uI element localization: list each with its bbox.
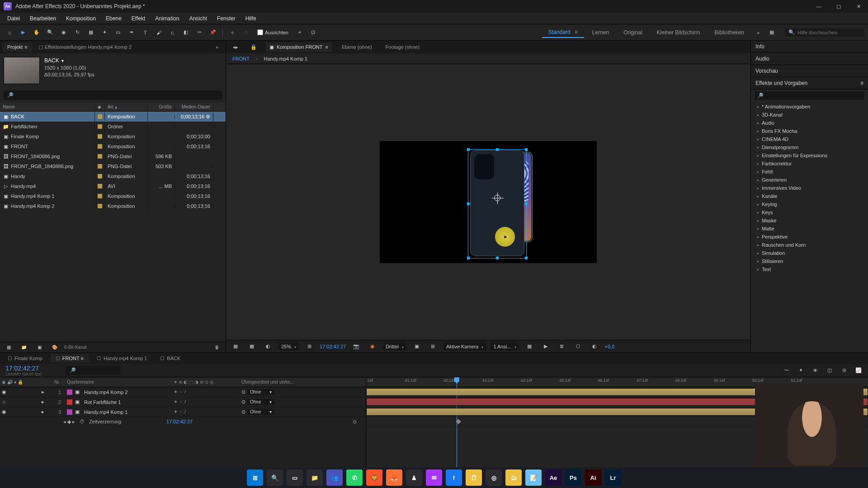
reset-exposure-icon[interactable]: ◐: [589, 341, 600, 352]
taskbar-after-effects[interactable]: Ae: [545, 469, 561, 486]
comp-mini-flowchart-icon[interactable]: ⤳: [780, 365, 792, 376]
effects-search[interactable]: 🔎: [755, 91, 864, 100]
preview-panel-header[interactable]: Vorschau: [751, 65, 868, 77]
effect-category[interactable]: 3D-Kanal: [751, 111, 868, 119]
effect-category[interactable]: Farbkorrektur: [751, 160, 868, 168]
project-tab[interactable]: Projekt ≡: [3, 42, 32, 52]
snap-icon[interactable]: ⌖: [294, 27, 306, 38]
col-duration[interactable]: Medien-Dauer: [175, 103, 213, 111]
pixel-aspect-icon[interactable]: ▦: [524, 341, 535, 352]
expand-icon[interactable]: ▸: [42, 399, 44, 405]
visibility-icon[interactable]: ◉: [2, 409, 6, 415]
effect-category[interactable]: Fehlt: [751, 168, 868, 176]
col-parent[interactable]: Übergeordnet und verkn...: [241, 380, 305, 385]
workspace-grid-icon[interactable]: ▦: [766, 27, 778, 38]
timeline-icon[interactable]: ≣: [556, 341, 568, 352]
col-size[interactable]: Größe: [148, 103, 175, 111]
parent-dropdown[interactable]: Ohne▾: [247, 389, 274, 395]
close-button[interactable]: ✕: [853, 2, 864, 11]
brush-tool-icon[interactable]: 🖌: [153, 27, 165, 38]
taskbar-photoshop[interactable]: Ps: [565, 469, 581, 486]
minimize-button[interactable]: —: [813, 2, 825, 11]
draft3d-icon[interactable]: ✦: [795, 365, 807, 376]
fast-preview-icon[interactable]: ▶: [540, 341, 552, 352]
menu-window[interactable]: Fenster: [212, 14, 240, 23]
mask-icon[interactable]: ◐: [262, 341, 274, 352]
taskbar-notes[interactable]: 🗒: [466, 469, 482, 486]
effect-category[interactable]: Text: [751, 265, 868, 273]
project-item[interactable]: ▣Handy.mp4 Komp 2 Komposition 0;00;13;16: [0, 201, 226, 211]
taskbar-messenger[interactable]: ✉: [426, 469, 442, 486]
effect-category[interactable]: Keying: [751, 200, 868, 208]
menu-layer[interactable]: Ebene: [101, 14, 126, 23]
col-tag[interactable]: ◆: [95, 103, 105, 111]
shy-icon[interactable]: 👁: [809, 365, 821, 376]
timeline-search[interactable]: 🔎: [66, 366, 120, 375]
orbit-tool-icon[interactable]: ◉: [58, 27, 70, 38]
trash-icon[interactable]: 🗑: [211, 342, 223, 353]
taskbar-search[interactable]: 🔍: [267, 469, 283, 486]
timeline-layer-row[interactable]: ◉ ▸ 1 ▣Handy.mp4 Komp 2 ✦※/ ⊙Ohne▾: [0, 387, 366, 397]
channel-icon[interactable]: ◉: [367, 341, 378, 352]
pen-tool-icon[interactable]: ✒: [126, 27, 137, 38]
timeline-tab[interactable]: BACK: [155, 354, 186, 362]
menu-animation[interactable]: Animation: [151, 14, 184, 23]
composition-viewer[interactable]: ➤: [226, 64, 750, 340]
effect-category[interactable]: Keys: [751, 208, 868, 216]
workspace-small[interactable]: Kleiner Bildschirm: [651, 28, 707, 38]
parent-dropdown[interactable]: Ohne▾: [247, 399, 274, 405]
taskbar-firefox[interactable]: 🦊: [386, 469, 402, 486]
current-timecode[interactable]: 17:02:42:27: [320, 344, 346, 349]
timeline-tab[interactable]: Handy.mp4 Komp 1: [92, 354, 152, 362]
workspace-original[interactable]: Original: [617, 28, 648, 38]
audio-panel-header[interactable]: Audio: [751, 53, 868, 65]
workspace-libraries[interactable]: Bibliotheken: [708, 28, 750, 38]
project-item[interactable]: ▷Handy.mp4 AVI ... MB 0;00;13;16: [0, 181, 226, 191]
home-icon[interactable]: ⌂: [4, 27, 15, 38]
effect-category[interactable]: Immersives Video: [751, 184, 868, 192]
mesh2-icon[interactable]: ◇: [240, 27, 252, 38]
composition-tab[interactable]: ▣ Komposition FRONT ≡: [266, 42, 332, 52]
effect-category[interactable]: Maske: [751, 216, 868, 225]
effect-category[interactable]: Simulation: [751, 249, 868, 257]
effect-category[interactable]: Matte: [751, 225, 868, 233]
eraser-tool-icon[interactable]: ◧: [180, 27, 192, 38]
comp-nav-prev-icon[interactable]: ◂▸: [230, 41, 241, 53]
workspace-more-icon[interactable]: »: [752, 27, 764, 38]
rotate-tool-icon[interactable]: ↻: [71, 27, 83, 38]
motion-blur-icon[interactable]: ⊘: [838, 365, 850, 376]
menu-view[interactable]: Ansicht: [185, 14, 212, 23]
col-name[interactable]: Name: [0, 103, 95, 111]
new-comp-icon[interactable]: ▣: [33, 342, 45, 353]
parent-dropdown[interactable]: Ohne▾: [247, 409, 274, 415]
visibility-icon[interactable]: ◉: [2, 389, 6, 395]
col-type[interactable]: Art ▴: [105, 103, 148, 111]
align-checkbox[interactable]: Ausrichten: [254, 29, 292, 35]
project-item[interactable]: ▣Handy Komposition 0;00;13;16: [0, 171, 226, 181]
interpret-footage-icon[interactable]: ▦: [3, 342, 14, 353]
expand-icon[interactable]: ▸: [42, 409, 44, 415]
rect-tool-icon[interactable]: ▭: [112, 27, 124, 38]
roto-tool-icon[interactable]: ✂: [193, 27, 205, 38]
maximize-button[interactable]: ▢: [833, 2, 844, 11]
menu-help[interactable]: Hilfe: [241, 14, 261, 23]
taskbar-files[interactable]: 🗂: [505, 469, 522, 486]
project-item[interactable]: 🖼FRONT_RGB_1840886.png PNG-Datei 503 KB: [0, 161, 226, 171]
project-item[interactable]: 📁Farbflächen Ordner: [0, 122, 226, 131]
keyframe-diamond[interactable]: [456, 419, 461, 424]
resolution-dropdown[interactable]: Drittel: [383, 343, 406, 350]
timeline-current-time[interactable]: 17:02:42:27: [0, 365, 63, 372]
camera-tool-icon[interactable]: ▦: [85, 27, 97, 38]
frame-blend-icon[interactable]: ◫: [824, 365, 835, 376]
project-item[interactable]: ▣FRONT Komposition 0;00;13;16: [0, 141, 226, 151]
snapshot-icon[interactable]: 📷: [350, 341, 362, 352]
timeline-layer-row[interactable]: ◉ ▸ 2 ▣Rot Farbfläche 1 ✦※/ ⊙Ohne▾: [0, 397, 366, 407]
layer-tab[interactable]: Ebene (ohne): [338, 42, 376, 52]
effect-category[interactable]: Boris FX Mocha: [751, 127, 868, 135]
taskbar-windows-start[interactable]: ⊞: [247, 469, 263, 486]
project-search-input[interactable]: [16, 92, 218, 99]
align-check-input[interactable]: [257, 29, 263, 35]
flowchart-icon[interactable]: ⬡: [572, 341, 584, 352]
col-source-name[interactable]: Quellenname: [65, 380, 174, 385]
effect-controls-tab[interactable]: ▢ Effekteinstellungen Handy.mp4 Komp 2: [34, 42, 136, 52]
